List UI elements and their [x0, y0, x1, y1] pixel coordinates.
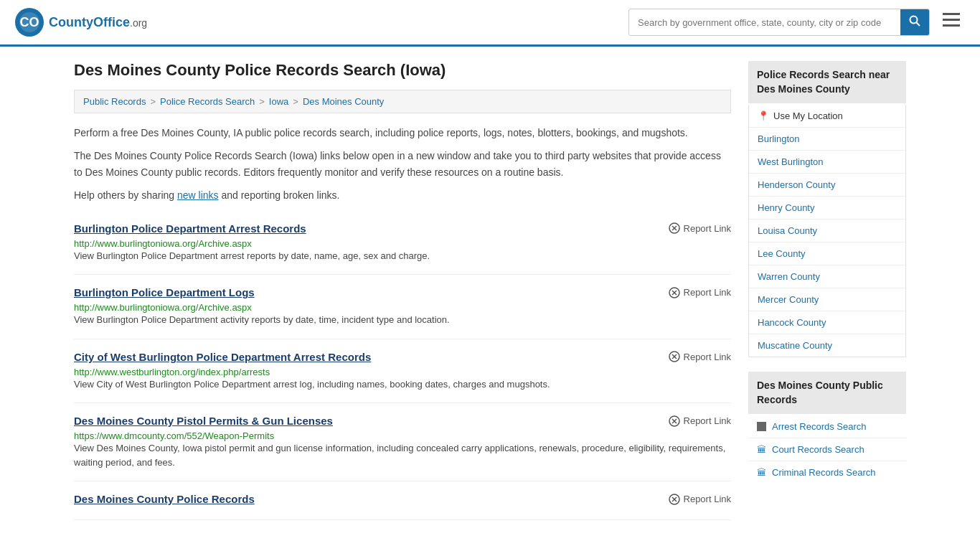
- result-header: City of West Burlington Police Departmen…: [74, 351, 731, 363]
- svg-point-3: [910, 17, 918, 24]
- report-link-label: Report Link: [684, 287, 731, 298]
- result-item: Des Moines County Police Records Report …: [74, 481, 731, 520]
- sidebar-link-hancock-county[interactable]: Hancock County: [749, 311, 905, 334]
- sidebar-link-henry-county[interactable]: Henry County: [749, 197, 905, 219]
- report-link-label: Report Link: [684, 352, 731, 362]
- header-right: [628, 9, 966, 36]
- logo-area: CO CountyOffice.org: [14, 7, 147, 37]
- breadcrumb-iowa[interactable]: Iowa: [269, 96, 288, 107]
- sidebar-nearby-section: Police Records Search near Des Moines Co…: [748, 61, 906, 357]
- description-1: Perform a free Des Moines County, IA pub…: [74, 125, 731, 141]
- main-container: Des Moines County Police Records Search …: [60, 47, 920, 534]
- sidebar-item-lee-county[interactable]: Lee County: [749, 242, 905, 265]
- use-location-link[interactable]: 📍 Use My Location: [749, 105, 905, 127]
- sidebar-item-court-records[interactable]: 🏛 Court Records Search: [748, 438, 906, 461]
- report-link-btn[interactable]: Report Link: [669, 287, 731, 298]
- description-3-prefix: Help others by sharing: [74, 189, 177, 201]
- report-link-btn[interactable]: Report Link: [669, 415, 731, 427]
- result-desc: View Burlington Police Department activi…: [74, 313, 731, 327]
- sidebar-public-records-section: Des Moines County Public Records Arrest …: [748, 372, 906, 484]
- report-link-label: Report Link: [684, 494, 731, 504]
- svg-rect-7: [943, 24, 960, 27]
- result-title[interactable]: Des Moines County Police Records: [74, 493, 255, 505]
- breadcrumb-sep-2: >: [259, 96, 265, 107]
- description-2: The Des Moines County Police Records Sea…: [74, 148, 731, 180]
- sidebar-item-criminal-records[interactable]: 🏛 Criminal Records Search: [748, 461, 906, 484]
- result-item: Des Moines County Pistol Permits & Gun L…: [74, 403, 731, 481]
- sidebar-link-mercer-county[interactable]: Mercer County: [749, 288, 905, 311]
- report-link-btn[interactable]: Report Link: [669, 351, 731, 362]
- menu-button[interactable]: [937, 10, 966, 34]
- result-header: Des Moines County Pistol Permits & Gun L…: [74, 415, 731, 427]
- sidebar-link-court-records[interactable]: 🏛 Court Records Search: [748, 438, 906, 461]
- description-3-suffix: and reporting broken links.: [219, 189, 340, 201]
- page-title: Des Moines County Police Records Search …: [74, 61, 731, 80]
- result-url[interactable]: http://www.burlingtoniowa.org/Archive.as…: [74, 238, 252, 249]
- svg-text:CO: CO: [20, 15, 39, 29]
- report-link-btn[interactable]: Report Link: [669, 494, 731, 505]
- sidebar-item-henderson-county[interactable]: Henderson County: [749, 174, 905, 197]
- result-item: Burlington Police Department Arrest Reco…: [74, 211, 731, 276]
- result-header: Burlington Police Department Logs Report…: [74, 286, 731, 298]
- logo-icon: CO: [14, 7, 44, 37]
- result-desc: View Des Moines County, Iowa pistol perm…: [74, 441, 731, 469]
- report-icon: [669, 287, 680, 298]
- sidebar-item-muscatine-county[interactable]: Muscatine County: [749, 334, 905, 357]
- content-area: Des Moines County Police Records Search …: [74, 61, 731, 520]
- sidebar: Police Records Search near Des Moines Co…: [748, 61, 906, 520]
- sidebar-link-louisa-county[interactable]: Louisa County: [749, 220, 905, 242]
- svg-rect-5: [943, 13, 960, 15]
- sidebar-item-mercer-county[interactable]: Mercer County: [749, 288, 905, 311]
- breadcrumb-des-moines-county[interactable]: Des Moines County: [303, 96, 384, 107]
- sidebar-link-muscatine-county[interactable]: Muscatine County: [749, 334, 905, 357]
- sidebar-nearby-heading: Police Records Search near Des Moines Co…: [748, 61, 906, 103]
- result-url[interactable]: https://www.dmcounty.com/552/Weapon-Perm…: [74, 430, 274, 441]
- sidebar-public-records-list: Arrest Records Search 🏛 Court Records Se…: [748, 415, 906, 484]
- result-title[interactable]: Des Moines County Pistol Permits & Gun L…: [74, 415, 333, 427]
- result-title[interactable]: Burlington Police Department Logs: [74, 286, 255, 298]
- breadcrumb-sep-3: >: [293, 96, 298, 107]
- sidebar-public-records-heading: Des Moines County Public Records: [748, 372, 906, 414]
- result-item: Burlington Police Department Logs Report…: [74, 275, 731, 339]
- sidebar-item-warren-county[interactable]: Warren County: [749, 265, 905, 288]
- sidebar-item-west-burlington[interactable]: West Burlington: [749, 151, 905, 174]
- breadcrumb-sep-1: >: [150, 96, 156, 107]
- square-icon: [757, 422, 766, 431]
- sidebar-link-warren-county[interactable]: Warren County: [749, 265, 905, 288]
- logo-text: CountyOffice.org: [49, 15, 147, 30]
- building-icon-2: 🏛: [757, 467, 766, 478]
- new-links-link[interactable]: new links: [177, 189, 219, 201]
- result-title[interactable]: Burlington Police Department Arrest Reco…: [74, 222, 306, 235]
- report-icon: [669, 351, 680, 362]
- sidebar-link-burlington[interactable]: Burlington: [749, 128, 905, 150]
- report-icon: [669, 494, 680, 505]
- sidebar-link-henderson-county[interactable]: Henderson County: [749, 174, 905, 196]
- result-item: City of West Burlington Police Departmen…: [74, 339, 731, 404]
- results-list: Burlington Police Department Arrest Reco…: [74, 211, 731, 521]
- location-pin-icon: 📍: [758, 110, 769, 121]
- sidebar-item-use-location[interactable]: 📍 Use My Location: [749, 105, 905, 128]
- sidebar-item-henry-county[interactable]: Henry County: [749, 197, 905, 220]
- result-url[interactable]: http://www.westburlington.org/index.php/…: [74, 367, 270, 377]
- sidebar-link-arrest-records[interactable]: Arrest Records Search: [748, 415, 906, 438]
- search-icon: [909, 15, 920, 27]
- report-link-btn[interactable]: Report Link: [669, 222, 731, 234]
- breadcrumb-police-records-search[interactable]: Police Records Search: [160, 96, 255, 107]
- hamburger-icon: [943, 13, 960, 27]
- sidebar-link-west-burlington[interactable]: West Burlington: [749, 151, 905, 173]
- result-desc: View Burlington Police Department arrest…: [74, 249, 731, 263]
- search-button[interactable]: [900, 9, 929, 35]
- sidebar-item-burlington[interactable]: Burlington: [749, 128, 905, 151]
- sidebar-item-arrest-records[interactable]: Arrest Records Search: [748, 415, 906, 438]
- building-icon: 🏛: [757, 444, 766, 455]
- breadcrumb-public-records[interactable]: Public Records: [83, 96, 146, 107]
- sidebar-item-louisa-county[interactable]: Louisa County: [749, 220, 905, 242]
- sidebar-link-criminal-records[interactable]: 🏛 Criminal Records Search: [748, 461, 906, 484]
- sidebar-item-hancock-county[interactable]: Hancock County: [749, 311, 905, 334]
- sidebar-nearby-list: 📍 Use My Location Burlington West Burlin…: [748, 105, 906, 357]
- search-input[interactable]: [629, 11, 900, 34]
- svg-rect-6: [943, 19, 960, 21]
- result-title[interactable]: City of West Burlington Police Departmen…: [74, 351, 371, 363]
- sidebar-link-lee-county[interactable]: Lee County: [749, 242, 905, 265]
- result-url[interactable]: http://www.burlingtoniowa.org/Archive.as…: [74, 302, 252, 313]
